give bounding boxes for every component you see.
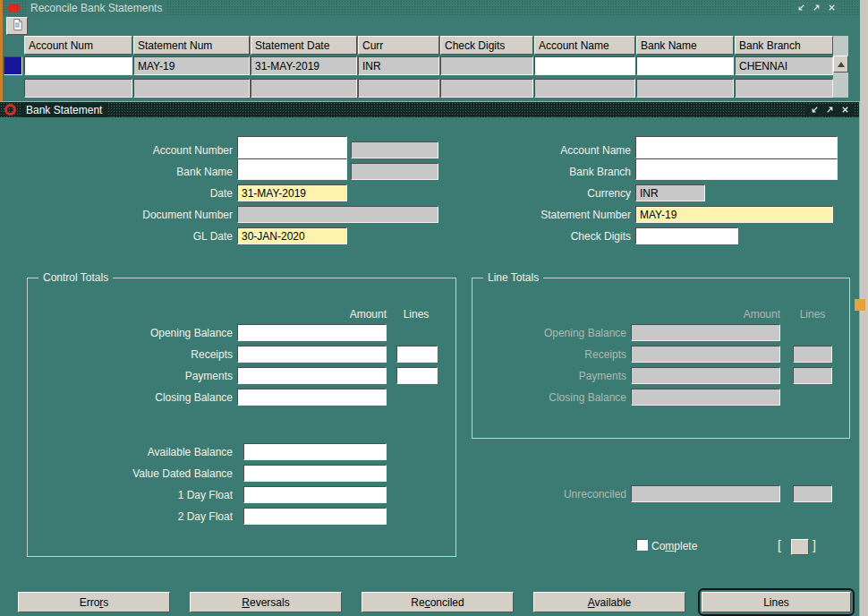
restore-icon[interactable] (795, 2, 807, 13)
column-header-bank-name: Bank Name (636, 36, 734, 55)
coordination-button[interactable] (791, 539, 809, 555)
reconcile-window-title: Reconcile Bank Statements (26, 1, 166, 15)
check-digits-field[interactable] (635, 227, 738, 244)
button-label: s (103, 596, 108, 609)
unreconciled-amount-field (631, 485, 780, 502)
bank-branch-field[interactable] (635, 158, 838, 180)
close-icon[interactable] (825, 2, 838, 13)
document-number-field (237, 206, 438, 223)
complete-label-mnemonic: m (665, 540, 674, 552)
lt-payments-label: Payments (465, 370, 626, 383)
lt-receipts-label: Receipts (465, 348, 626, 362)
lt-amount-header: Amount (662, 308, 780, 321)
button-label: Erro (80, 596, 100, 609)
maximize-icon[interactable] (823, 104, 836, 116)
cell-check-digits-row2 (440, 79, 533, 98)
cell-curr: INR (358, 56, 439, 75)
ct-closing-balance-label: Closing Balance (72, 391, 233, 405)
cell-account-name-row2 (534, 79, 635, 98)
ct-amount-header: Amount (268, 308, 387, 321)
two-day-float-field[interactable] (243, 508, 387, 525)
column-header-curr: Curr (358, 36, 439, 55)
toolbar-document-button[interactable] (6, 17, 28, 35)
lt-lines-header: Lines (791, 308, 834, 321)
column-header-account-num: Account Num (24, 36, 132, 55)
bank-statement-window: Bank Statement Account Number Bank Name … (0, 101, 860, 616)
button-label: vailable (595, 596, 632, 609)
line-totals-title: Line Totals (483, 271, 543, 284)
bank-name-desc-field (351, 163, 438, 180)
lt-opening-balance-amount-field (631, 324, 780, 341)
one-day-float-field[interactable] (243, 486, 387, 503)
maximize-icon[interactable] (810, 2, 822, 13)
reconcile-titlebar[interactable]: Reconcile Bank Statements (3, 0, 860, 15)
ct-payments-label: Payments (72, 370, 233, 383)
oracle-forms-screen: Reconcile Bank Statements Account Num St… (0, 0, 868, 616)
currency-label: Currency (488, 187, 631, 201)
cell-bank-name[interactable] (636, 56, 734, 75)
available-balance-field[interactable] (243, 443, 387, 460)
reversals-button[interactable]: Reversals (190, 592, 342, 612)
two-day-float-label: 2 Day Float (72, 510, 233, 524)
errors-button[interactable]: Errors (18, 592, 170, 612)
gl-date-field[interactable]: 30-JAN-2020 (237, 227, 347, 244)
bracket-close: ] (813, 538, 820, 552)
statement-number-label: Statement Number (488, 209, 631, 222)
cell-account-num[interactable] (24, 56, 132, 75)
statement-titlebar[interactable]: Bank Statement (0, 101, 859, 117)
record-selector[interactable] (4, 56, 22, 75)
scrollbar-thumb[interactable] (833, 56, 848, 73)
bank-name-field[interactable] (237, 158, 347, 180)
restore-icon[interactable] (808, 104, 821, 116)
available-button[interactable]: Available (533, 592, 685, 612)
cell-bank-name-row2 (636, 79, 734, 98)
ct-payments-lines-field[interactable] (396, 367, 438, 384)
account-number-field[interactable] (237, 136, 347, 158)
cell-statement-date-row2 (251, 79, 357, 98)
statement-window-title: Bank Statement (21, 103, 106, 117)
statement-window-controls (806, 104, 853, 116)
account-number-desc-field (351, 141, 438, 158)
lt-receipts-lines-field (793, 346, 832, 363)
ct-payments-amount-field[interactable] (237, 367, 387, 384)
currency-field: INR (635, 184, 705, 201)
control-totals-title: Control Totals (38, 271, 113, 284)
complete-label-part: Co (651, 540, 665, 552)
button-label: Re (411, 596, 424, 609)
one-day-float-label: 1 Day Float (72, 489, 233, 502)
gl-date-label: GL Date (89, 230, 233, 244)
button-mnemonic: R (242, 596, 250, 609)
date-label: Date (89, 187, 233, 201)
oracle-logo-icon (7, 4, 21, 13)
lines-button[interactable]: Lines (702, 592, 851, 612)
reconcile-window: Reconcile Bank Statements Account Num St… (3, 0, 860, 98)
ct-closing-balance-amount-field[interactable] (237, 389, 387, 406)
account-name-field[interactable] (635, 136, 838, 158)
complete-label-part: plete (674, 540, 697, 552)
table-scrollbar[interactable] (833, 36, 848, 98)
ct-receipts-lines-field[interactable] (396, 346, 438, 363)
reconciled-button[interactable]: Reconciled (362, 592, 514, 612)
complete-checkbox[interactable] (636, 539, 648, 551)
column-header-statement-date: Statement Date (251, 36, 357, 55)
cell-curr-row2 (358, 79, 439, 98)
column-header-statement-num: Statement Num (133, 36, 250, 55)
button-label: Lines (763, 596, 789, 609)
cell-account-name[interactable] (534, 56, 635, 75)
statement-number-field[interactable]: MAY-19 (635, 206, 833, 223)
cell-bank-branch-row2 (735, 79, 833, 98)
lt-payments-lines-field (793, 367, 832, 384)
lt-closing-balance-amount-field (631, 389, 780, 406)
close-icon[interactable] (838, 104, 851, 116)
ct-receipts-amount-field[interactable] (237, 346, 387, 363)
lt-opening-balance-label: Opening Balance (465, 327, 626, 340)
date-field[interactable]: 31-MAY-2019 (237, 184, 347, 201)
unreconciled-label: Unreconciled (465, 488, 626, 501)
cell-bank-branch: CHENNAI (735, 56, 833, 75)
cell-statement-num-row2 (133, 79, 250, 98)
bracket-open: [ (778, 538, 785, 552)
lt-payments-amount-field (631, 367, 780, 384)
column-header-bank-branch: Bank Branch (735, 36, 833, 55)
value-dated-balance-field[interactable] (243, 465, 387, 482)
ct-opening-balance-amount-field[interactable] (237, 324, 387, 341)
